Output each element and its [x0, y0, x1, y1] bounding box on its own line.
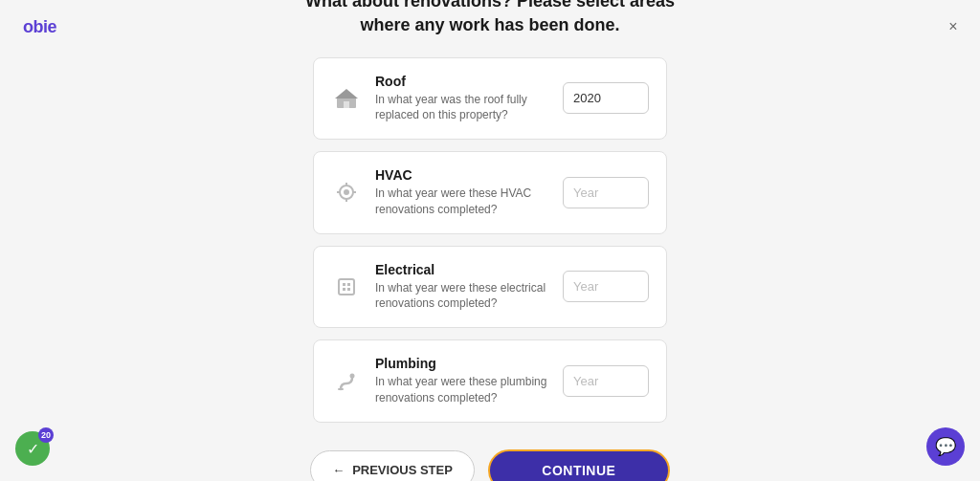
electrical-desc: In what year were these electrical renov… [375, 280, 549, 313]
close-icon: × [948, 18, 957, 35]
svg-rect-12 [343, 288, 345, 291]
check-circle: ✓ 20 [15, 431, 50, 466]
hvac-icon [331, 177, 362, 208]
svg-rect-11 [347, 283, 350, 286]
logo: obie [23, 17, 56, 37]
svg-rect-2 [344, 101, 349, 108]
hvac-card-info: HVAC In what year were these HVAC renova… [375, 167, 549, 218]
hvac-desc: In what year were these HVAC renovations… [375, 186, 549, 218]
plumbing-year-input[interactable] [563, 365, 649, 397]
plumbing-desc: In what year were these plumbing renovat… [375, 374, 549, 406]
plumbing-title: Plumbing [375, 356, 549, 371]
close-button[interactable]: × [942, 15, 965, 38]
electrical-card-info: Electrical In what year were these elect… [375, 262, 549, 313]
svg-marker-1 [335, 89, 358, 98]
hvac-year-input[interactable] [563, 177, 649, 208]
button-row: ← PREVIOUS STEP CONTINUE [310, 449, 670, 481]
page-title: What about renovations? Please select ar… [289, 0, 691, 38]
plumbing-card: Plumbing In what year were these plumbin… [313, 339, 667, 423]
electrical-icon [331, 272, 362, 302]
roof-year-input[interactable] [563, 82, 649, 114]
hvac-card: HVAC In what year were these HVAC renova… [313, 151, 667, 234]
plumbing-icon [331, 366, 362, 397]
electrical-year-input[interactable] [563, 271, 649, 302]
electrical-card: Electrical In what year were these elect… [313, 246, 667, 329]
svg-rect-9 [339, 279, 354, 295]
main-content: What about renovations? Please select ar… [289, 0, 691, 481]
electrical-title: Electrical [375, 262, 549, 277]
roof-desc: In what year was the roof fully replaced… [375, 92, 549, 124]
hvac-title: HVAC [375, 167, 549, 183]
chat-icon: 💬 [935, 436, 956, 457]
back-arrow-icon: ← [332, 463, 345, 477]
chat-button[interactable]: 💬 [926, 427, 965, 466]
roof-icon [331, 83, 362, 114]
svg-rect-10 [343, 283, 345, 286]
svg-rect-13 [347, 288, 350, 291]
previous-step-button[interactable]: ← PREVIOUS STEP [310, 450, 475, 481]
plumbing-card-info: Plumbing In what year were these plumbin… [375, 356, 549, 406]
roof-card: Roof In what year was the roof fully rep… [313, 57, 667, 141]
svg-point-4 [344, 189, 349, 195]
check-icon: ✓ [27, 440, 39, 458]
step-count: 20 [38, 427, 54, 443]
roof-title: Roof [375, 74, 549, 89]
roof-card-info: Roof In what year was the roof fully rep… [375, 74, 549, 124]
continue-button[interactable]: CONTINUE [488, 449, 670, 481]
svg-point-14 [350, 373, 355, 378]
continue-label: CONTINUE [542, 463, 615, 478]
previous-step-label: PREVIOUS STEP [352, 463, 453, 477]
progress-indicator: ✓ 20 [15, 431, 50, 466]
